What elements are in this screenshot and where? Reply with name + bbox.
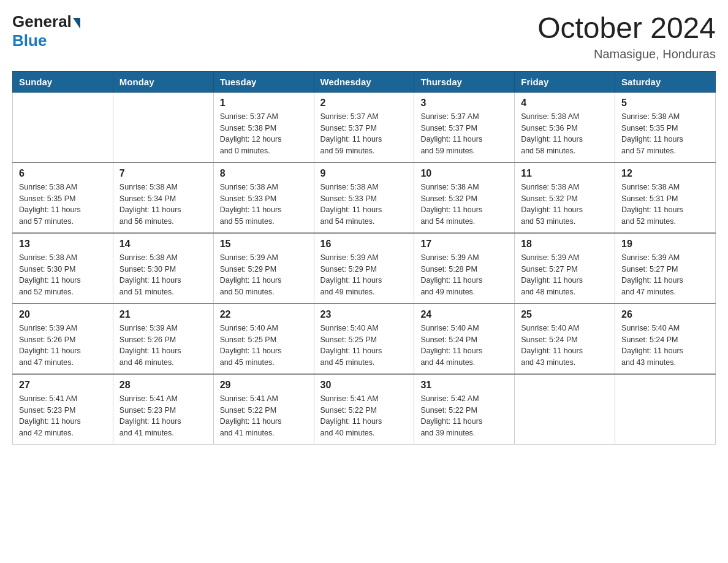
- calendar-cell: 16Sunrise: 5:39 AMSunset: 5:29 PMDayligh…: [314, 233, 414, 304]
- day-info: Sunrise: 5:38 AMSunset: 5:30 PMDaylight:…: [119, 252, 207, 298]
- day-number: 31: [420, 380, 508, 391]
- day-number: 10: [420, 168, 508, 179]
- day-number: 28: [119, 380, 207, 391]
- logo-blue-text: Blue: [12, 31, 47, 50]
- calendar-cell: 24Sunrise: 5:40 AMSunset: 5:24 PMDayligh…: [414, 304, 515, 374]
- day-info: Sunrise: 5:38 AMSunset: 5:31 PMDaylight:…: [621, 182, 709, 228]
- day-number: 5: [621, 98, 709, 109]
- day-number: 15: [220, 239, 308, 250]
- calendar-cell: 13Sunrise: 5:38 AMSunset: 5:30 PMDayligh…: [13, 233, 113, 304]
- logo-general-text: General: [12, 12, 72, 31]
- day-info: Sunrise: 5:39 AMSunset: 5:26 PMDaylight:…: [19, 323, 107, 369]
- day-number: 22: [220, 309, 308, 320]
- day-of-week-header: Monday: [113, 71, 213, 92]
- calendar-week-row: 1Sunrise: 5:37 AMSunset: 5:38 PMDaylight…: [13, 92, 716, 163]
- day-info: Sunrise: 5:38 AMSunset: 5:35 PMDaylight:…: [19, 182, 107, 228]
- calendar-cell: 30Sunrise: 5:41 AMSunset: 5:22 PMDayligh…: [314, 374, 414, 445]
- day-number: 20: [19, 309, 107, 320]
- calendar-cell: 28Sunrise: 5:41 AMSunset: 5:23 PMDayligh…: [113, 374, 213, 445]
- calendar-cell: 22Sunrise: 5:40 AMSunset: 5:25 PMDayligh…: [213, 304, 314, 374]
- day-info: Sunrise: 5:38 AMSunset: 5:33 PMDaylight:…: [220, 182, 308, 228]
- day-info: Sunrise: 5:40 AMSunset: 5:24 PMDaylight:…: [621, 323, 709, 369]
- calendar-cell: 14Sunrise: 5:38 AMSunset: 5:30 PMDayligh…: [113, 233, 213, 304]
- day-info: Sunrise: 5:38 AMSunset: 5:35 PMDaylight:…: [621, 111, 709, 157]
- day-info: Sunrise: 5:39 AMSunset: 5:29 PMDaylight:…: [320, 252, 408, 298]
- page-header: General Blue October 2024 Namasigue, Hon…: [12, 12, 716, 61]
- calendar-cell: 26Sunrise: 5:40 AMSunset: 5:24 PMDayligh…: [615, 304, 716, 374]
- day-number: 4: [521, 98, 609, 109]
- location-text: Namasigue, Honduras: [537, 47, 716, 61]
- day-number: 17: [420, 239, 508, 250]
- day-info: Sunrise: 5:38 AMSunset: 5:32 PMDaylight:…: [521, 182, 609, 228]
- day-info: Sunrise: 5:40 AMSunset: 5:24 PMDaylight:…: [420, 323, 508, 369]
- logo: General Blue: [12, 12, 82, 50]
- calendar-cell: 15Sunrise: 5:39 AMSunset: 5:29 PMDayligh…: [213, 233, 314, 304]
- title-block: October 2024 Namasigue, Honduras: [537, 12, 716, 61]
- calendar-cell: 8Sunrise: 5:38 AMSunset: 5:33 PMDaylight…: [213, 163, 314, 233]
- calendar-cell: 3Sunrise: 5:37 AMSunset: 5:37 PMDaylight…: [414, 92, 515, 163]
- day-number: 24: [420, 309, 508, 320]
- day-number: 27: [19, 380, 107, 391]
- day-info: Sunrise: 5:37 AMSunset: 5:37 PMDaylight:…: [320, 111, 408, 157]
- day-of-week-header: Thursday: [414, 71, 515, 92]
- day-number: 13: [19, 239, 107, 250]
- calendar-cell: 10Sunrise: 5:38 AMSunset: 5:32 PMDayligh…: [414, 163, 515, 233]
- calendar-cell: 1Sunrise: 5:37 AMSunset: 5:38 PMDaylight…: [213, 92, 314, 163]
- day-number: 7: [119, 168, 207, 179]
- day-info: Sunrise: 5:38 AMSunset: 5:32 PMDaylight:…: [420, 182, 508, 228]
- calendar-cell: 18Sunrise: 5:39 AMSunset: 5:27 PMDayligh…: [515, 233, 615, 304]
- calendar-cell: 11Sunrise: 5:38 AMSunset: 5:32 PMDayligh…: [515, 163, 615, 233]
- calendar-cell: 7Sunrise: 5:38 AMSunset: 5:34 PMDaylight…: [113, 163, 213, 233]
- day-of-week-header: Wednesday: [314, 71, 414, 92]
- calendar-cell: 19Sunrise: 5:39 AMSunset: 5:27 PMDayligh…: [615, 233, 716, 304]
- logo-arrow-icon: [73, 18, 80, 29]
- day-info: Sunrise: 5:41 AMSunset: 5:23 PMDaylight:…: [19, 393, 107, 439]
- day-number: 18: [521, 239, 609, 250]
- day-info: Sunrise: 5:38 AMSunset: 5:36 PMDaylight:…: [521, 111, 609, 157]
- day-info: Sunrise: 5:37 AMSunset: 5:38 PMDaylight:…: [220, 111, 308, 157]
- calendar-cell: [13, 92, 113, 163]
- day-of-week-header: Saturday: [615, 71, 716, 92]
- day-number: 26: [621, 309, 709, 320]
- day-number: 19: [621, 239, 709, 250]
- day-number: 21: [119, 309, 207, 320]
- day-info: Sunrise: 5:38 AMSunset: 5:33 PMDaylight:…: [320, 182, 408, 228]
- day-number: 16: [320, 239, 408, 250]
- day-info: Sunrise: 5:42 AMSunset: 5:22 PMDaylight:…: [420, 393, 508, 439]
- day-number: 29: [220, 380, 308, 391]
- calendar-cell: 20Sunrise: 5:39 AMSunset: 5:26 PMDayligh…: [13, 304, 113, 374]
- day-info: Sunrise: 5:37 AMSunset: 5:37 PMDaylight:…: [420, 111, 508, 157]
- calendar-cell: [615, 374, 716, 445]
- calendar-week-row: 20Sunrise: 5:39 AMSunset: 5:26 PMDayligh…: [13, 304, 716, 374]
- day-info: Sunrise: 5:40 AMSunset: 5:24 PMDaylight:…: [521, 323, 609, 369]
- day-number: 30: [320, 380, 408, 391]
- day-number: 23: [320, 309, 408, 320]
- calendar-cell: 31Sunrise: 5:42 AMSunset: 5:22 PMDayligh…: [414, 374, 515, 445]
- day-info: Sunrise: 5:39 AMSunset: 5:26 PMDaylight:…: [119, 323, 207, 369]
- day-info: Sunrise: 5:40 AMSunset: 5:25 PMDaylight:…: [320, 323, 408, 369]
- day-of-week-header: Friday: [515, 71, 615, 92]
- calendar-cell: 12Sunrise: 5:38 AMSunset: 5:31 PMDayligh…: [615, 163, 716, 233]
- calendar-table: SundayMondayTuesdayWednesdayThursdayFrid…: [12, 71, 716, 445]
- calendar-cell: 25Sunrise: 5:40 AMSunset: 5:24 PMDayligh…: [515, 304, 615, 374]
- calendar-cell: [515, 374, 615, 445]
- day-number: 14: [119, 239, 207, 250]
- day-info: Sunrise: 5:39 AMSunset: 5:27 PMDaylight:…: [621, 252, 709, 298]
- day-number: 3: [420, 98, 508, 109]
- day-number: 25: [521, 309, 609, 320]
- calendar-cell: 6Sunrise: 5:38 AMSunset: 5:35 PMDaylight…: [13, 163, 113, 233]
- calendar-week-row: 13Sunrise: 5:38 AMSunset: 5:30 PMDayligh…: [13, 233, 716, 304]
- calendar-week-row: 6Sunrise: 5:38 AMSunset: 5:35 PMDaylight…: [13, 163, 716, 233]
- day-info: Sunrise: 5:38 AMSunset: 5:34 PMDaylight:…: [119, 182, 207, 228]
- day-info: Sunrise: 5:40 AMSunset: 5:25 PMDaylight:…: [220, 323, 308, 369]
- calendar-cell: [113, 92, 213, 163]
- day-number: 8: [220, 168, 308, 179]
- day-info: Sunrise: 5:41 AMSunset: 5:22 PMDaylight:…: [220, 393, 308, 439]
- day-number: 1: [220, 98, 308, 109]
- day-number: 6: [19, 168, 107, 179]
- day-of-week-header: Tuesday: [213, 71, 314, 92]
- calendar-cell: 2Sunrise: 5:37 AMSunset: 5:37 PMDaylight…: [314, 92, 414, 163]
- day-of-week-header: Sunday: [13, 71, 113, 92]
- day-number: 12: [621, 168, 709, 179]
- day-number: 2: [320, 98, 408, 109]
